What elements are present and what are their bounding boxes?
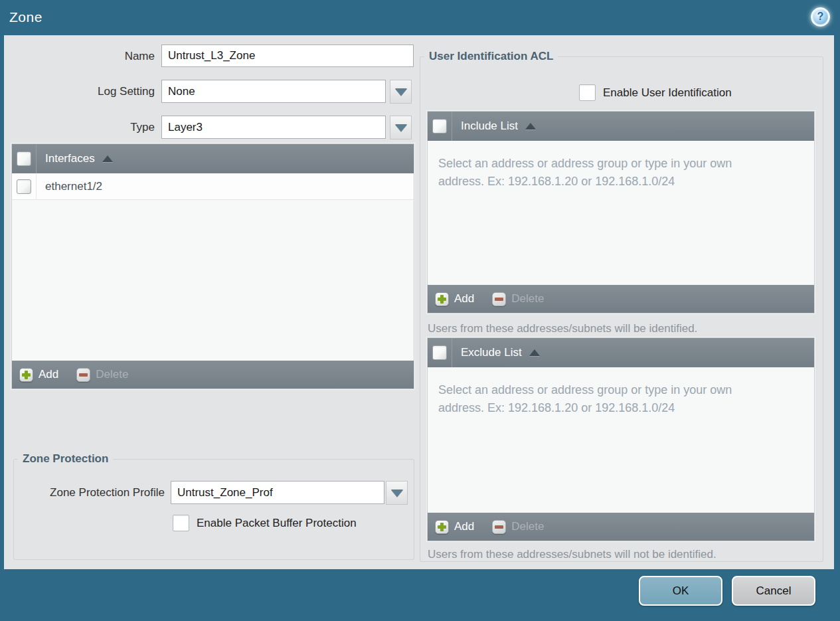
add-button[interactable]: Add (435, 520, 474, 534)
enable-packet-buffer-protection-label: Enable Packet Buffer Protection (197, 517, 357, 530)
interface-name: ethernet1/2 (45, 180, 102, 193)
log-setting-label: Log Setting (4, 80, 155, 103)
chevron-down-icon (391, 489, 403, 497)
minus-icon (76, 368, 90, 382)
include-select-all-cell (428, 112, 452, 141)
sort-ascending-icon (102, 155, 113, 162)
row-checkbox[interactable] (17, 179, 31, 194)
interfaces-table-toolbar: Add Delete (12, 360, 414, 389)
add-button[interactable]: Add (19, 368, 58, 382)
minus-icon (492, 520, 506, 534)
enable-user-identification-label: Enable User Identification (603, 86, 732, 100)
exclude-list-placeholder: Select an address or address group or ty… (428, 367, 814, 417)
zone-protection-profile-input[interactable] (171, 481, 384, 504)
minus-icon (492, 292, 506, 306)
interfaces-table: Interfaces ethernet1/2 Add Delete (11, 143, 414, 389)
exclude-select-all-checkbox[interactable] (432, 345, 447, 360)
delete-button-label: Delete (96, 368, 128, 381)
include-list-column-title[interactable]: Include List (461, 120, 518, 133)
add-button-label: Add (454, 292, 474, 306)
zone-protection-section: Zone Protection Zone Protection Profile … (13, 452, 414, 560)
include-list-placeholder: Select an address or address group or ty… (428, 141, 814, 191)
interfaces-select-all-checkbox[interactable] (17, 151, 31, 166)
exclude-select-all-cell (428, 338, 452, 367)
interfaces-column-title[interactable]: Interfaces (45, 152, 95, 165)
type-label: Type (4, 116, 155, 139)
row-checkbox-cell (12, 173, 37, 199)
ok-button[interactable]: OK (639, 576, 722, 606)
delete-button-label: Delete (511, 292, 544, 306)
table-row[interactable]: ethernet1/2 (12, 173, 414, 200)
exclude-list-table: Exclude List Select an address or addres… (427, 337, 815, 541)
log-setting-input[interactable] (161, 80, 386, 103)
include-list-table: Include List Select an address or addres… (427, 111, 815, 313)
packet-buffer-protection-row: Enable Packet Buffer Protection (173, 515, 357, 531)
interfaces-select-all-cell (12, 144, 37, 173)
sort-ascending-icon (529, 349, 540, 356)
add-button[interactable]: Add (435, 292, 474, 306)
delete-button[interactable]: Delete (492, 292, 544, 306)
include-select-all-checkbox[interactable] (432, 119, 447, 133)
exclude-list-body[interactable]: Select an address or address group or ty… (428, 367, 814, 512)
type-input[interactable] (161, 116, 386, 139)
zone-protection-profile-dropdown-button[interactable] (386, 481, 408, 505)
help-icon[interactable]: ? (811, 7, 830, 27)
plus-icon (435, 520, 449, 534)
dialog-title: Zone (9, 9, 42, 25)
dialog-content: Name Log Setting Type Interfaces (4, 35, 834, 569)
include-list-toolbar: Add Delete (428, 284, 814, 313)
cancel-button[interactable]: Cancel (732, 576, 815, 606)
exclude-list-header[interactable]: Exclude List (428, 338, 814, 367)
delete-button[interactable]: Delete (492, 520, 544, 534)
interfaces-table-header[interactable]: Interfaces (12, 144, 414, 173)
name-input[interactable] (161, 44, 414, 67)
exclude-list-hint: Users from these addresses/subnets will … (428, 548, 716, 561)
include-list-header[interactable]: Include List (428, 112, 814, 141)
name-label: Name (4, 44, 155, 68)
include-list-body[interactable]: Select an address or address group or ty… (428, 141, 814, 284)
zone-protection-profile-label: Zone Protection Profile (14, 481, 165, 504)
plus-icon (435, 292, 449, 306)
type-dropdown-button[interactable] (390, 116, 412, 139)
log-setting-dropdown-button[interactable] (390, 80, 412, 104)
enable-user-identification-checkbox[interactable] (579, 84, 596, 101)
question-mark-glyph: ? (817, 11, 824, 22)
user-identification-acl-legend: User Identification ACL (424, 50, 558, 63)
include-list-hint: Users from these addresses/subnets will … (428, 322, 697, 335)
add-button-label: Add (39, 368, 58, 381)
chevron-down-icon (395, 88, 407, 96)
exclude-list-toolbar: Add Delete (428, 512, 814, 541)
exclude-list-column-title[interactable]: Exclude List (461, 346, 522, 359)
zone-protection-legend: Zone Protection (18, 452, 113, 466)
interfaces-table-body: ethernet1/2 (12, 173, 414, 360)
sort-ascending-icon (525, 123, 536, 130)
enable-packet-buffer-protection-checkbox[interactable] (173, 515, 189, 531)
delete-button[interactable]: Delete (76, 368, 128, 382)
dialog-titlebar: Zone ? (0, 0, 840, 35)
plus-icon (19, 368, 33, 382)
add-button-label: Add (454, 520, 474, 533)
user-identification-acl-section: User Identification ACL Enable User Iden… (420, 50, 823, 562)
delete-button-label: Delete (511, 520, 544, 533)
enable-user-identification-row: Enable User Identification (579, 84, 732, 101)
chevron-down-icon (395, 124, 407, 132)
